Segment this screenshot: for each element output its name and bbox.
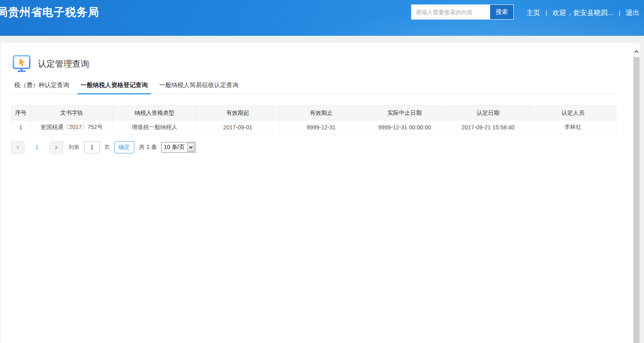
- page-size-value: 10 条/页: [164, 144, 184, 151]
- home-link[interactable]: 主页: [526, 8, 540, 17]
- search-button[interactable]: 搜索: [490, 5, 513, 19]
- chevron-right-icon: [54, 145, 58, 149]
- table-header-cell: 纳税人资格类型: [113, 106, 196, 120]
- chevron-up-icon: [635, 50, 639, 55]
- total-records-label: 共 1 条: [139, 144, 157, 151]
- vertical-scrollbar[interactable]: [633, 42, 640, 343]
- table-header-cell: 有效期止: [280, 106, 363, 120]
- tab-bar: 税（费）种认定查询 一般纳税人资格登记查询 一般纳税人简易征收认定查询: [11, 81, 616, 94]
- panel-inner: 认定管理查询 税（费）种认定查询 一般纳税人资格登记查询 一般纳税人简易征收认定…: [1, 42, 640, 154]
- table-header-cell: 认定日期: [447, 106, 530, 120]
- current-page-number[interactable]: 1: [35, 144, 39, 151]
- tab-tax-type-recognition-query[interactable]: 税（费）种认定查询: [11, 81, 72, 94]
- page-title-row: 认定管理查询: [11, 55, 640, 73]
- nav-separator: |: [545, 9, 547, 16]
- table-header-cell: 认定人员: [530, 106, 616, 120]
- tab-simple-collection-recognition-query[interactable]: 一般纳税人简易征收认定查询: [156, 81, 242, 94]
- table-cell: 李林红: [530, 120, 616, 135]
- search-group: 搜索: [411, 4, 514, 20]
- search-input[interactable]: [412, 5, 490, 19]
- table-cell: 1: [11, 120, 31, 135]
- table-cell: 9999-12-31 00:00:00: [363, 120, 447, 135]
- tab-general-taxpayer-registration-query[interactable]: 一般纳税人资格登记查询: [77, 81, 151, 94]
- page-title: 认定管理查询: [38, 58, 89, 70]
- table-cell: 9999-12-31: [280, 120, 363, 135]
- table-cell: 2017-09-21 15:58:40: [447, 120, 530, 135]
- table-cell: 增值税一般纳税人: [113, 120, 196, 135]
- table-head: 序号文书字轨纳税人资格类型有效期起有效期止实际中止日期认定日期认定人员: [11, 106, 616, 120]
- table-cell: 2017-09-01: [196, 120, 280, 135]
- table-row: 1瓮国税通〔2017〕752号增值税一般纳税人2017-09-019999-12…: [11, 120, 616, 135]
- nav-separator: |: [619, 9, 620, 16]
- goto-page-input[interactable]: [84, 142, 100, 153]
- table-header-row: 序号文书字轨纳税人资格类型有效期起有效期止实际中止日期认定日期认定人员: [11, 106, 616, 120]
- logout-link[interactable]: 退出: [626, 8, 640, 17]
- prev-page-button[interactable]: [11, 141, 24, 154]
- confirm-page-button[interactable]: 确定: [114, 141, 134, 153]
- table-body: 1瓮国税通〔2017〕752号增值税一般纳税人2017-09-019999-12…: [11, 120, 616, 135]
- scrollbar-up-button[interactable]: [633, 42, 640, 57]
- table-header-cell: 序号: [11, 106, 31, 120]
- monitor-cursor-icon: [12, 54, 31, 74]
- site-title: 局贵州省电子税务局: [0, 5, 99, 20]
- pagination: 1 到第 页 确定 共 1 条 10 条/页: [11, 141, 640, 154]
- next-page-button[interactable]: [50, 141, 63, 154]
- table-header-cell: 有效期起: [196, 106, 280, 120]
- content-panel: 认定管理查询 税（费）种认定查询 一般纳税人资格登记查询 一般纳税人简易征收认定…: [1, 42, 640, 343]
- chevron-down-icon: [189, 145, 192, 148]
- page-size-select[interactable]: 10 条/页: [161, 142, 195, 153]
- welcome-user-text: 欢迎，瓮安县晓四...: [552, 8, 613, 17]
- goto-page-prefix-label: 到第: [69, 144, 79, 151]
- top-nav: 主页 | 欢迎，瓮安县晓四... | 退出: [526, 8, 640, 17]
- query-results-table: 序号文书字轨纳税人资格类型有效期起有效期止实际中止日期认定日期认定人员 1瓮国税…: [11, 105, 616, 135]
- table-header-cell: 文书字轨: [31, 106, 113, 120]
- select-arrow-box: [187, 143, 195, 152]
- table-header-cell: 实际中止日期: [363, 106, 447, 120]
- table-cell: 瓮国税通〔2017〕752号: [31, 120, 113, 135]
- scrollbar-thumb[interactable]: [633, 57, 640, 343]
- goto-page-suffix-label: 页: [105, 144, 110, 151]
- chevron-left-icon: [16, 145, 20, 149]
- top-header: 局贵州省电子税务局 搜索 主页 | 欢迎，瓮安县晓四... | 退出: [0, 0, 644, 36]
